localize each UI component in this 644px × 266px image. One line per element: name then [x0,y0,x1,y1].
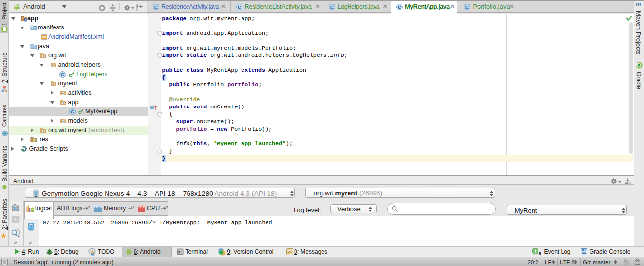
svg-text:<>: <> [42,35,47,39]
